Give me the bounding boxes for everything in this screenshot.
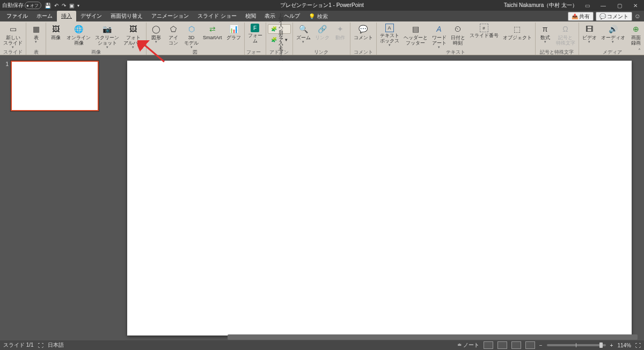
insert-comment-button[interactable]: 💬 コメント: [352, 23, 375, 40]
share-icon: 📤: [572, 13, 578, 20]
equation-button[interactable]: π 数式 ▾: [537, 23, 553, 43]
feedback-icon[interactable]: ☺: [634, 12, 641, 20]
group-media: 🎞 ビデオ ▾ 🔊 オーディオ ▾ ⊕ 画面 録画 メディア: [579, 23, 644, 55]
autosave-toggle[interactable]: 自動保存 ●オフ: [2, 2, 41, 9]
my-addins-button[interactable]: 🧩 個人用アドイン ▾: [268, 35, 291, 45]
slide-sorter-view-icon[interactable]: [497, 341, 507, 349]
ribbon-options-icon[interactable]: ▭: [581, 1, 594, 10]
slideshow-view-icon[interactable]: [525, 341, 535, 349]
window-maximize-icon[interactable]: ▢: [613, 1, 626, 10]
tab-review[interactable]: 校閲: [241, 11, 260, 21]
tell-me-search[interactable]: 💡 検索: [304, 11, 332, 21]
group-addins: 🧩 アドインを入手 🧩 個人用アドイン ▾ アドイン: [266, 23, 293, 55]
horizontal-scrollbar[interactable]: [228, 334, 638, 340]
window-close-icon[interactable]: ✕: [629, 1, 642, 10]
audio-icon: 🔊: [608, 24, 618, 34]
group-forms: F フォー ム フォーム: [245, 23, 266, 55]
slide-canvas[interactable]: [127, 61, 632, 336]
picture-icon: 🖼: [50, 24, 61, 34]
object-button[interactable]: ⬚ オブジェクト: [501, 23, 533, 40]
zoom-in-icon[interactable]: +: [610, 342, 613, 348]
normal-view-icon[interactable]: [484, 341, 493, 349]
tab-file[interactable]: ファイル: [2, 11, 32, 21]
collapse-ribbon-icon[interactable]: ˄: [638, 48, 641, 54]
quick-access-toolbar: 自動保存 ●オフ 💾 ↶ ↷ ▣ ▾: [2, 2, 79, 9]
save-icon[interactable]: 💾: [45, 3, 51, 9]
wordart-button[interactable]: A ワード アート ▾: [430, 23, 448, 49]
picture-button[interactable]: 🖼 画像: [48, 23, 64, 40]
table-button[interactable]: ▦ 表 ▾: [28, 23, 44, 43]
comments-button[interactable]: 💬コメント: [596, 12, 632, 21]
action-button[interactable]: ✦ 動作: [332, 23, 348, 40]
chevron-down-icon: ▾: [35, 40, 37, 43]
window-minimize-icon[interactable]: —: [597, 1, 610, 10]
textbox-icon: A: [385, 24, 394, 32]
screenshot-button[interactable]: 📷 スクリーン ショット ▾: [93, 23, 121, 49]
store-icon: 🧩: [271, 26, 277, 32]
tab-view[interactable]: 表示: [260, 11, 280, 21]
symbol-button[interactable]: Ω 記号と 特殊文字: [554, 23, 577, 46]
qat-more-icon[interactable]: ▾: [77, 3, 79, 8]
status-bar: スライド 1/1 ⛶ 日本語 ≐ ノート − + 114% ⛶: [0, 340, 644, 350]
object-icon: ⬚: [512, 24, 523, 34]
tab-animations[interactable]: アニメーション: [147, 11, 193, 21]
3d-models-button[interactable]: ⬡ 3D モデル ▾: [182, 23, 200, 49]
reading-view-icon[interactable]: [511, 341, 521, 349]
new-slide-icon: ▭: [8, 24, 18, 34]
link-icon: 🔗: [317, 24, 327, 34]
user-name: Taichi Nakamura（中村 太一）: [504, 2, 577, 9]
language-indicator[interactable]: 日本語: [48, 341, 64, 349]
group-images: 🖼 画像 🌐 オンライン 画像 📷 スクリーン ショット ▾ 🖼 フォト アルバ…: [46, 23, 147, 55]
link-button[interactable]: 🔗 リンク: [313, 23, 331, 40]
header-footer-button[interactable]: ▤ ヘッダーと フッター: [402, 23, 429, 46]
comment-icon: 💬: [599, 13, 606, 20]
slide-thumbnail[interactable]: [11, 61, 99, 111]
photo-album-button[interactable]: 🖼 フォト アルバム ▾: [122, 23, 144, 49]
workspace: 1: [0, 55, 644, 341]
video-button[interactable]: 🎞 ビデオ ▾: [581, 23, 598, 43]
share-button[interactable]: 📤共有: [568, 12, 594, 21]
comment-icon: 💬: [358, 24, 369, 34]
online-picture-button[interactable]: 🌐 オンライン 画像: [65, 23, 92, 46]
fit-window-icon[interactable]: ⛶: [635, 342, 641, 348]
zoom-slider[interactable]: [547, 344, 606, 346]
zoom-percent[interactable]: 114%: [617, 342, 631, 348]
redo-icon[interactable]: ↷: [62, 3, 66, 9]
screenshot-icon: 📷: [102, 24, 113, 34]
zoom-out-icon[interactable]: −: [539, 342, 543, 348]
slide-thumbnail-pane[interactable]: 1: [0, 55, 115, 341]
slideshow-start-icon[interactable]: ▣: [69, 3, 74, 9]
group-text: A テキスト ボックス ▾ ▤ ヘッダーと フッター A ワード アート ▾ ⏲…: [377, 23, 536, 55]
group-slides: ▭ 新しい スライド ▾ スライド: [0, 23, 26, 55]
tab-slideshow[interactable]: スライド ショー: [193, 11, 241, 21]
smartart-icon: ⇄: [207, 24, 218, 34]
undo-icon[interactable]: ↶: [54, 3, 58, 9]
tab-insert[interactable]: 挿入: [57, 11, 76, 21]
action-icon: ✦: [335, 24, 346, 34]
zoom-button[interactable]: 🔍 ズーム ▾: [295, 23, 312, 43]
slide-number-icon: #: [480, 24, 488, 32]
group-comments: 💬 コメント コメント: [350, 23, 377, 55]
forms-button[interactable]: F フォー ム: [246, 23, 264, 43]
group-links: 🔍 ズーム ▾ 🔗 リンク ✦ 動作 リンク: [293, 23, 350, 55]
accessibility-icon[interactable]: ⛶: [38, 342, 43, 348]
notes-toggle[interactable]: ≐ ノート: [457, 341, 479, 349]
slide-indicator: スライド 1/1: [3, 341, 34, 349]
title-bar-right: Taichi Nakamura（中村 太一） ▭ — ▢ ✕: [504, 1, 642, 10]
audio-button[interactable]: 🔊 オーディオ ▾: [599, 23, 627, 43]
forms-icon: F: [251, 24, 259, 32]
slide-number-button[interactable]: # スライド番号: [468, 23, 500, 38]
smartart-button[interactable]: ⇄ SmartArt: [201, 23, 224, 40]
thumbnail-item[interactable]: 1: [3, 61, 111, 111]
chart-button[interactable]: 📊 グラフ: [225, 23, 243, 40]
tab-design[interactable]: デザイン: [76, 11, 106, 21]
wordart-icon: A: [434, 24, 444, 34]
tab-transitions[interactable]: 画面切り替え: [106, 11, 147, 21]
datetime-button[interactable]: ⏲ 日付と 時刻: [449, 23, 467, 46]
screen-recording-button[interactable]: ⊕ 画面 録画: [628, 23, 644, 46]
tab-home[interactable]: ホーム: [32, 11, 57, 21]
textbox-button[interactable]: A テキスト ボックス ▾: [378, 23, 401, 47]
new-slide-button[interactable]: ▭ 新しい スライド ▾: [2, 23, 24, 49]
icons-button[interactable]: ⬠ アイ コン: [165, 23, 181, 46]
shapes-button[interactable]: ◯ 図形 ▾: [148, 23, 164, 43]
